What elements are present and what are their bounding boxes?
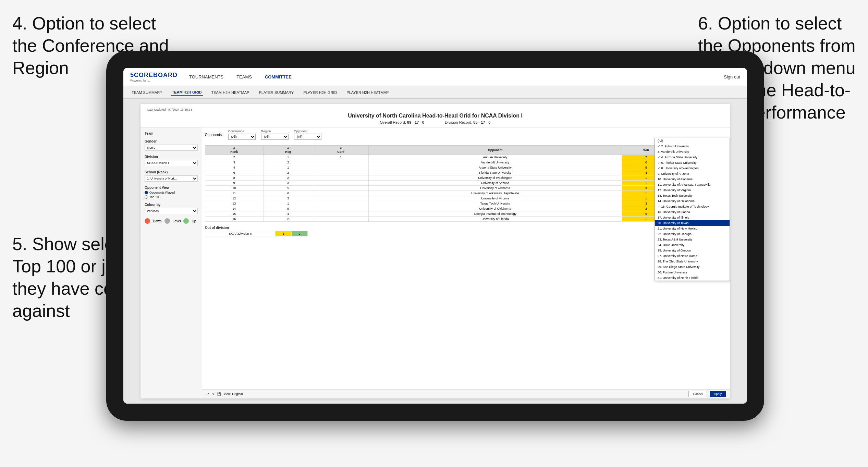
td-conf [313, 217, 368, 222]
dropdown-item[interactable]: 27. University of Notre Dame [655, 253, 730, 259]
th-conf: #Conf [313, 146, 368, 155]
sidebar-division-section: Division NCAA Division I [145, 155, 198, 166]
sidebar-colour-label: Colour by [145, 203, 198, 207]
dropdown-item[interactable]: 2. Auburn University [655, 144, 730, 149]
nav-right[interactable]: Sign out [724, 74, 740, 79]
sidebar-division-label: Division [145, 155, 198, 159]
table-row: 2 1 1 Auburn University 2 1 [205, 155, 727, 160]
bottom-toolbar: ↩ ↪ 💾 View: Original Cancel Apply [202, 389, 730, 398]
dropdown-item[interactable]: 16. University of Florida [655, 209, 730, 215]
dropdown-item[interactable]: 20. University of Texas [655, 220, 730, 226]
td-rank: 6 [205, 170, 264, 175]
apply-button[interactable]: Apply [710, 391, 726, 397]
sidebar-colour-select[interactable]: Win/loss [145, 208, 198, 214]
opponents-filter-label: Opponents: [205, 133, 223, 137]
dropdown-item[interactable]: 8. University of Washington [655, 165, 730, 171]
sub-nav-h2h-grid[interactable]: TEAM H2H GRID [171, 89, 203, 96]
td-conf [313, 191, 368, 196]
color-down-label: Down [153, 219, 162, 223]
dropdown-item[interactable]: 25. University of Oregon [655, 248, 730, 253]
dropdown-item[interactable]: 23. Texas A&M University [655, 237, 730, 242]
opponent-dropdown[interactable]: (All)2. Auburn University3. Vanderbilt U… [655, 138, 730, 281]
sub-nav-player-summary[interactable]: PLAYER SUMMARY [257, 90, 295, 95]
table-body: 2 1 1 Auburn University 2 1 3 2 Vanderbi… [205, 155, 727, 222]
sidebar-gender-label: Gender [145, 139, 198, 143]
dropdown-item[interactable]: 3. Vanderbilt University [655, 149, 730, 155]
panel-body: Team Gender Men's Division NCAA Division… [140, 127, 730, 398]
td-rank: 4 [205, 165, 264, 170]
td-conf [313, 206, 368, 211]
td-rank: 2 [205, 155, 264, 160]
sub-nav-player-h2h-grid[interactable]: PLAYER H2H GRID [302, 90, 338, 95]
filters-row: Opponents: Conference (All) Region ( [202, 127, 730, 140]
table-row: 8 2 University of Washington 1 0 [205, 175, 727, 181]
td-reg: 6 [263, 191, 313, 196]
dropdown-item[interactable]: 13. Texas Tech University [655, 193, 730, 198]
tablet-frame: 5COREBOARD Powered by ... TOURNAMENTS TE… [106, 51, 764, 421]
radio-top100[interactable]: Top 100 [145, 195, 198, 199]
dropdown-item[interactable]: 11. University of Arkansas, Fayetteville [655, 182, 730, 187]
sub-nav-h2h-heatmap[interactable]: TEAM H2H HEATMAP [210, 90, 250, 95]
opponent-filter: Opponent (All) [294, 130, 321, 140]
table-row: 4 1 Arizona State University 5 1 [205, 165, 727, 170]
sub-nav-player-heatmap[interactable]: PLAYER H2H HEATMAP [345, 90, 390, 95]
opponent-select[interactable]: (All) [294, 134, 321, 140]
sub-nav: TEAM SUMMARY TEAM H2H GRID TEAM H2H HEAT… [123, 86, 747, 99]
nav-tournaments[interactable]: TOURNAMENTS [188, 74, 225, 79]
table-row: 13 1 Texas Tech University 3 0 [205, 201, 727, 206]
td-rank: 11 [205, 191, 264, 196]
dropdown-item[interactable]: 10. University of Alabama [655, 176, 730, 182]
toolbar-icon-save[interactable]: 💾 [217, 392, 221, 396]
dropdown-item[interactable]: 17. University of Illinois [655, 215, 730, 220]
dropdown-item[interactable]: 9. University of Arizona [655, 171, 730, 176]
dropdown-item[interactable]: (All) [655, 138, 730, 144]
sidebar-school-select[interactable]: 1. University of Nort... [145, 175, 198, 182]
cancel-button[interactable]: Cancel [688, 391, 707, 397]
dropdown-item[interactable]: 22. University of Georgia [655, 231, 730, 237]
sidebar-gender-select[interactable]: Men's [145, 145, 198, 151]
conference-select[interactable]: (All) [228, 134, 256, 140]
td-opponent: University of Oklahoma [369, 206, 622, 211]
table-row: 14 9 University of Oklahoma 2 2 [205, 206, 727, 211]
radio-label-opponents: Opponents Played [149, 191, 175, 194]
radio-label-top100: Top 100 [149, 195, 160, 199]
dropdown-item[interactable]: 4. Arizona State University [655, 155, 730, 160]
nav-items: TOURNAMENTS TEAMS COMMITTEE [188, 74, 293, 79]
toolbar-icon-view: View: Original [224, 392, 243, 396]
sub-nav-team-summary[interactable]: TEAM SUMMARY [130, 90, 164, 95]
dropdown-item[interactable]: 12. University of Virginia [655, 187, 730, 193]
toolbar-icon-undo[interactable]: ↩ [206, 392, 209, 396]
table-row: 16 2 University of Florida 1 [205, 217, 727, 222]
panel-title: University of North Carolina Head-to-Hea… [147, 113, 723, 119]
nav-committee[interactable]: COMMITTEE [264, 74, 293, 79]
td-reg: 2 [263, 170, 313, 175]
dropdown-item[interactable]: 30. Purdue University [655, 270, 730, 275]
nav-teams[interactable]: TEAMS [235, 74, 253, 79]
td-conf [313, 165, 368, 170]
grid-area: #Rank #Reg #Conf Opponent Win Loss [202, 143, 730, 389]
dropdown-item[interactable]: 14. University of Oklahoma [655, 198, 730, 204]
table-row: 11 6 University of Arkansas, Fayettevill… [205, 191, 727, 196]
td-opponent: University of Florida [369, 217, 622, 222]
toolbar-icon-redo[interactable]: ↪ [212, 392, 215, 396]
tablet-screen: 5COREBOARD Powered by ... TOURNAMENTS TE… [123, 68, 747, 404]
dropdown-item[interactable]: 31. University of North Florida [655, 275, 730, 281]
dropdown-item[interactable]: 15. Georgia Institute of Technology [655, 204, 730, 209]
dropdown-item[interactable]: 21. University of New Mexico [655, 226, 730, 231]
out-of-division-label: Out of division [205, 226, 727, 230]
region-filter: Region (All) [261, 130, 289, 140]
division-record: Division Record: 88 - 17 - 0 [445, 120, 490, 124]
td-opponent: University of Washington [369, 175, 622, 181]
radio-opponents-played[interactable]: Opponents Played [145, 191, 198, 194]
dropdown-item[interactable]: 24. Duke University [655, 242, 730, 248]
td-opponent: Vanderbilt University [369, 160, 622, 165]
sidebar-colour-section: Colour by Win/loss [145, 203, 198, 214]
sidebar-division-select[interactable]: NCAA Division I [145, 160, 198, 166]
dropdown-item[interactable]: 6. Florida State University [655, 160, 730, 165]
th-rank: #Rank [205, 146, 264, 155]
dropdown-item[interactable]: 29. San Diego State University [655, 264, 730, 270]
td-rank: 8 [205, 175, 264, 181]
dropdown-item[interactable]: 28. The Ohio State University [655, 259, 730, 264]
region-select[interactable]: (All) [261, 134, 289, 140]
td-opponent: Auburn University [369, 155, 622, 160]
